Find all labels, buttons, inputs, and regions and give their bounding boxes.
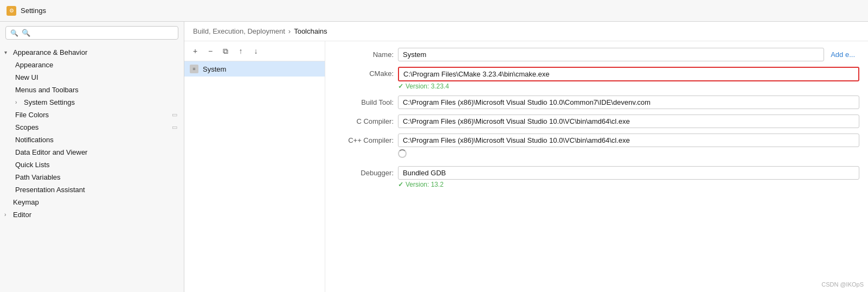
debugger-field-area: ✓ Version: 13.2: [398, 166, 859, 188]
cpp-compiler-label: C++ Compiler:: [334, 134, 394, 144]
sidebar-item-label: Menus and Toolbars: [15, 86, 177, 94]
sidebar-item-label: File Colors: [15, 111, 170, 119]
sidebar-item-label: Path Variables: [15, 173, 177, 181]
search-icon: 🔍: [10, 29, 18, 37]
sidebar-item-label: Appearance: [15, 61, 177, 69]
cmake-version: ✓ Version: 3.23.4: [398, 82, 859, 90]
name-input[interactable]: [398, 48, 824, 61]
expand-arrow: [4, 199, 11, 205]
add-env-link[interactable]: Add e...: [826, 48, 859, 61]
search-box[interactable]: 🔍: [5, 26, 178, 40]
sidebar-item-label: Notifications: [15, 136, 177, 144]
app-icon: ⚙: [7, 6, 16, 16]
sidebar-item-appearance[interactable]: Appearance: [0, 59, 184, 71]
debugger-version: ✓ Version: 13.2: [398, 181, 859, 188]
sidebar-item-label: Appearance & Behavior: [13, 48, 177, 56]
cmake-label: CMake:: [334, 67, 394, 78]
form-row-cpp-compiler: C++ Compiler:: [334, 134, 859, 161]
form-row-name: Name: Add e...: [334, 48, 859, 61]
sidebar-item-keymap[interactable]: Keymap: [0, 196, 184, 208]
sidebar-item-label: Scopes: [15, 123, 170, 131]
form-row-c-compiler: C Compiler:: [334, 115, 859, 128]
c-compiler-label: C Compiler:: [334, 115, 394, 125]
sidebar-item-path-variables[interactable]: Path Variables: [0, 171, 184, 183]
sidebar-item-presentation-assistant[interactable]: Presentation Assistant: [0, 183, 184, 196]
sidebar: 🔍 ▾ Appearance & Behavior Appearance New…: [0, 22, 184, 292]
breadcrumb-separator: ›: [288, 27, 291, 35]
form-row-build-tool: Build Tool:: [334, 96, 859, 109]
form-row-debugger: Debugger: ✓ Version: 13.2: [334, 166, 859, 188]
sidebar-item-scopes[interactable]: Scopes ▭: [0, 121, 184, 134]
breadcrumb-current: Toolchains: [294, 27, 327, 35]
check-icon: ✓: [398, 82, 403, 90]
toolbar-row: + − ⧉ ↑ ↓: [184, 41, 325, 61]
content-area: Build, Execution, Deployment › Toolchain…: [184, 22, 868, 292]
sidebar-item-quick-lists[interactable]: Quick Lists: [0, 158, 184, 171]
sidebar-item-data-editor[interactable]: Data Editor and Viewer: [0, 146, 184, 158]
c-compiler-field-area: [398, 115, 859, 128]
check-icon-debugger: ✓: [398, 181, 403, 188]
copy-button[interactable]: ⧉: [219, 45, 232, 58]
debugger-label: Debugger:: [334, 166, 394, 177]
toolchain-icon-char: ≡: [192, 66, 195, 72]
sidebar-item-label: New UI: [15, 73, 177, 81]
sidebar-item-editor[interactable]: › Editor: [0, 208, 184, 221]
move-down-button[interactable]: ↓: [249, 45, 262, 58]
loading-spinner: [398, 149, 407, 158]
sidebar-item-label: Keymap: [13, 198, 177, 206]
toolchain-panel: + − ⧉ ↑ ↓ ≡ System: [184, 41, 325, 292]
form-row-cmake: CMake: ✓ Version: 3.23.4: [334, 67, 859, 90]
build-tool-label: Build Tool:: [334, 96, 394, 106]
name-field-area: Add e...: [398, 48, 859, 61]
sidebar-item-appearance-behavior[interactable]: ▾ Appearance & Behavior: [0, 46, 184, 59]
sidebar-item-menus-toolbars[interactable]: Menus and Toolbars: [0, 84, 184, 96]
remove-button[interactable]: −: [204, 45, 217, 58]
settings-dialog: ⚙ Settings 🔍 ▾ Appearance & Behavior App…: [0, 0, 868, 292]
cpp-compiler-input[interactable]: [398, 134, 859, 147]
content-body: + − ⧉ ↑ ↓ ≡ System: [184, 41, 868, 292]
details-panel: Name: Add e... CMake:: [325, 41, 868, 292]
collapse-arrow: ▾: [4, 49, 11, 55]
sidebar-item-label: Editor: [13, 211, 177, 219]
debugger-version-text: Version: 13.2: [406, 181, 443, 188]
sidebar-item-label: Quick Lists: [15, 161, 177, 169]
toolchain-icon: ≡: [190, 65, 198, 73]
name-row-actions: Add e...: [398, 48, 859, 61]
toolchain-label: System: [203, 65, 226, 73]
sidebar-item-new-ui[interactable]: New UI: [0, 71, 184, 84]
name-label: Name:: [334, 48, 394, 59]
build-tool-field-area: [398, 96, 859, 109]
sidebar-item-notifications[interactable]: Notifications: [0, 134, 184, 146]
cpp-compiler-field-area: [398, 134, 859, 161]
title-bar: ⚙ Settings: [0, 0, 868, 22]
sidebar-item-label: Data Editor and Viewer: [15, 148, 177, 156]
cmake-field-area: ✓ Version: 3.23.4: [398, 67, 859, 90]
sidebar-item-system-settings[interactable]: › System Settings: [0, 96, 184, 109]
breadcrumb-parent: Build, Execution, Deployment: [193, 27, 285, 35]
add-button[interactable]: +: [189, 45, 202, 58]
watermark: CSDN @IKOpS: [821, 281, 864, 288]
c-compiler-input[interactable]: [398, 115, 859, 128]
search-input[interactable]: [22, 29, 173, 37]
main-area: 🔍 ▾ Appearance & Behavior Appearance New…: [0, 22, 868, 292]
sidebar-item-file-colors[interactable]: File Colors ▭: [0, 109, 184, 121]
cmake-input[interactable]: [398, 67, 859, 81]
toolchain-list: ≡ System: [184, 61, 325, 292]
move-up-button[interactable]: ↑: [234, 45, 247, 58]
cmake-version-text: Version: 3.23.4: [406, 82, 449, 90]
build-tool-input[interactable]: [398, 96, 859, 109]
pin-icon: ▭: [172, 124, 177, 131]
dialog-title: Settings: [21, 7, 46, 15]
expand-arrow: ›: [15, 99, 22, 105]
debugger-input[interactable]: [398, 166, 859, 180]
sidebar-tree: ▾ Appearance & Behavior Appearance New U…: [0, 44, 184, 223]
toolchain-item[interactable]: ≡ System: [184, 61, 325, 77]
breadcrumb: Build, Execution, Deployment › Toolchain…: [184, 22, 868, 41]
sidebar-item-label: Presentation Assistant: [15, 186, 177, 194]
sidebar-item-label: System Settings: [24, 98, 177, 106]
pin-icon: ▭: [172, 111, 177, 118]
expand-arrow: ›: [4, 212, 11, 218]
